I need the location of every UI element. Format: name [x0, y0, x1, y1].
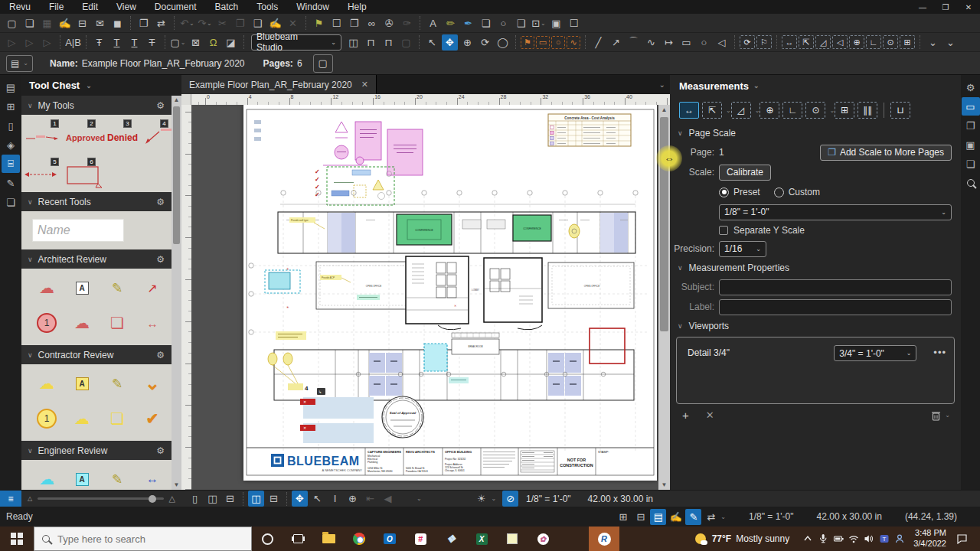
add-scale-to-more-pages-button[interactable]: ❐ Add Scale to More Pages	[820, 145, 952, 161]
action-center-button[interactable]	[954, 530, 969, 548]
compare-documents-button[interactable]: ▢	[398, 34, 414, 51]
single-page-button[interactable]: ▯	[187, 491, 203, 507]
brightness-button[interactable]: ☀	[473, 491, 489, 507]
email-button[interactable]: ✉	[92, 15, 108, 31]
tray-microphone-button[interactable]	[815, 530, 831, 548]
panel-tab-measurements[interactable]: ▭	[962, 97, 980, 116]
measure-polylength-button[interactable]: ⇱	[799, 35, 814, 49]
group-markups-button[interactable]: ❐	[346, 15, 362, 31]
document-canvas[interactable]: ✓✓✓✓	[191, 105, 658, 490]
panel-tab-search[interactable]	[962, 174, 980, 192]
review-text-1-button[interactable]: ▷	[4, 34, 20, 51]
document-menu-button[interactable]: ▤ ⌄	[6, 55, 33, 72]
scroll-down-icon[interactable]: ▼	[174, 481, 180, 490]
close-button[interactable]: ✕	[957, 0, 980, 14]
taskbar-app-chrome[interactable]	[344, 527, 374, 551]
taskbar-app-excel[interactable]	[466, 527, 497, 551]
alert-bell-button[interactable]: Ω	[205, 34, 221, 51]
scroll-up-icon[interactable]: ▲	[662, 105, 668, 115]
markup-recovery-button[interactable]: ✍	[668, 509, 684, 525]
highlighter-tool[interactable]: ✎	[100, 461, 135, 490]
recent-text-tool[interactable]: Name	[32, 219, 124, 242]
split-view-button[interactable]: ◫	[345, 34, 361, 51]
edit-text-button[interactable]: Ŧ	[91, 34, 107, 51]
flag-button[interactable]: ⚑	[311, 15, 327, 31]
attachment-button[interactable]: ✇	[381, 15, 397, 31]
panel-tab-file-access[interactable]: ▤	[2, 78, 20, 96]
check-tool[interactable]: ✔	[135, 401, 170, 436]
review-text-3-button[interactable]: ▷	[39, 34, 55, 51]
split-document-button[interactable]: ◫	[248, 491, 264, 507]
scrollbar-thumb[interactable]	[173, 106, 180, 244]
denied-stamp-tool[interactable]: Denied	[107, 132, 138, 143]
approved-stamp-tool[interactable]: Approved	[66, 133, 105, 142]
menu-window[interactable]: Window	[287, 0, 338, 14]
highlighter-tool[interactable]: ✎	[100, 366, 135, 401]
disable-line-weights-button[interactable]: ⊘	[502, 491, 518, 507]
slider-track[interactable]	[38, 497, 163, 500]
document-tab[interactable]: Example Floor Plan_AR_February 2020 ✕	[181, 75, 377, 94]
menu-batch[interactable]: Batch	[206, 0, 248, 14]
note-callout-tool[interactable]: ❏	[100, 305, 135, 341]
preset-radio[interactable]	[719, 187, 729, 197]
cloud-callout-button[interactable]: ❑	[513, 15, 529, 31]
panel-tab-markups-summary[interactable]: ✎	[2, 174, 20, 192]
subject-input[interactable]	[719, 279, 952, 295]
paste-button[interactable]: ❑	[250, 15, 266, 31]
callout-button[interactable]: ❏	[478, 15, 494, 31]
cloud-tool[interactable]: ☁	[64, 401, 100, 436]
format-painter-button[interactable]: ✍	[267, 15, 283, 31]
new-document-button[interactable]: ▢	[4, 15, 20, 31]
dimension-arrow-tool[interactable]	[23, 170, 58, 179]
tray-contact-button[interactable]	[892, 530, 907, 548]
panel-tab-spaces[interactable]: ❏	[2, 193, 20, 211]
measurements-header[interactable]: Measurements ⌄	[670, 75, 961, 96]
text-box-tool[interactable]: A	[64, 366, 100, 401]
tray-hidden-icons-chevron-button[interactable]	[800, 530, 815, 548]
numbered-circle-tool[interactable]: 1	[29, 401, 64, 436]
minimize-button[interactable]: —	[911, 0, 934, 14]
measure-flag-button[interactable]: ⚐	[756, 35, 772, 49]
delete-viewport-button[interactable]: ⌄	[931, 410, 950, 421]
panel-tab-bookmarks[interactable]: ▯	[2, 116, 20, 135]
insert-pages-button[interactable]: ❐	[136, 15, 152, 31]
review-text-2-button[interactable]: ▷	[21, 34, 38, 51]
eraser-button[interactable]: ◪	[223, 34, 239, 51]
select-button[interactable]: ↖	[309, 491, 325, 507]
spellcheck-button[interactable]: A|B	[65, 34, 81, 51]
squiggly-underline-button[interactable]: T	[126, 34, 142, 51]
snap-toggle-button[interactable]: ⊟	[632, 509, 648, 525]
highlighter-button[interactable]: ✏	[443, 15, 459, 31]
note-callout-tool[interactable]: ❏	[100, 401, 135, 436]
measure-area-button[interactable]: ◿	[731, 102, 751, 119]
slider-knob[interactable]	[149, 495, 156, 503]
split-horizontal-button[interactable]: ⊟	[266, 491, 282, 507]
lasso-button[interactable]: ◯	[495, 34, 511, 51]
rectangle-tool[interactable]	[64, 164, 103, 188]
menu-document[interactable]: Document	[145, 0, 206, 14]
highlighter-tool[interactable]: ✎	[100, 270, 135, 305]
taskbar-clock[interactable]: 3:48 PM 3/4/2022	[913, 528, 946, 549]
grid-toggle-button[interactable]: ⊞	[615, 509, 631, 525]
tab-list-chevron-icon[interactable]: ⌄	[659, 80, 665, 89]
panel-tab-tool-chest[interactable]: ⌸	[2, 155, 20, 173]
pan-hand-button[interactable]: ✥	[442, 34, 458, 51]
search-input[interactable]	[57, 533, 226, 545]
pdf-page[interactable]: ✓✓✓✓	[243, 105, 657, 481]
measure-polylength-button[interactable]: ⇱	[702, 102, 722, 119]
cloud-tool[interactable]: ☁	[64, 305, 100, 341]
section-engineer-review[interactable]: ∨ Engineer Review ⚙	[21, 441, 181, 460]
cloud-callout-tool[interactable]: ☁	[29, 366, 64, 401]
strikethrough-button[interactable]: T	[144, 34, 160, 51]
taskbar-app-paint[interactable]	[528, 527, 558, 551]
arc-button[interactable]: ⌒	[626, 34, 642, 51]
tray-battery-button[interactable]	[831, 530, 846, 548]
taskbar-app-task-view[interactable]	[283, 527, 313, 551]
arrow-tool[interactable]: ↗	[135, 270, 170, 305]
section-contractor-review[interactable]: ∨ Contractor Review ⚙	[21, 345, 181, 364]
crop-pages-button[interactable]: ⊠	[188, 34, 204, 51]
taskbar-app-cortana[interactable]	[252, 527, 283, 551]
dimension-tool[interactable]: ↔	[135, 305, 170, 341]
tray-volume-button[interactable]	[861, 530, 877, 548]
taskbar-weather[interactable]: 77°F Mostly sunny	[695, 533, 790, 544]
